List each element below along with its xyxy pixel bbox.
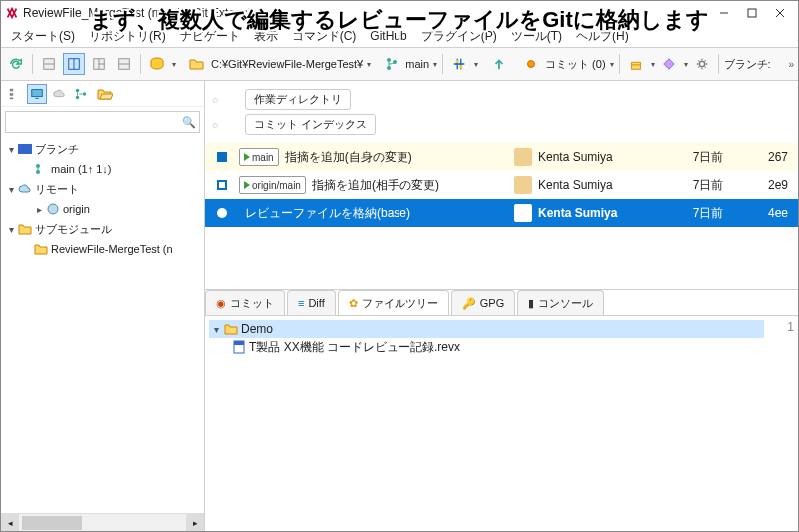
ref-badge: main <box>239 148 279 166</box>
menu-plugins[interactable]: プラグイン(P) <box>415 26 503 47</box>
commit-tab-icon: ◉ <box>216 297 226 310</box>
branch-icon[interactable] <box>381 53 402 75</box>
svg-point-15 <box>387 58 391 62</box>
refresh-icon[interactable] <box>5 53 27 75</box>
menu-help[interactable]: ヘルプ(H) <box>570 26 635 47</box>
minimize-button[interactable] <box>710 2 738 24</box>
menu-commands[interactable]: コマンド(C) <box>286 26 363 47</box>
repo-icon[interactable] <box>146 53 168 75</box>
repo-path[interactable]: C:¥Git¥ReviewFile-MergeTest¥ <box>211 58 363 70</box>
tree-remote-origin[interactable]: ▸origin <box>1 199 204 219</box>
layout2-icon[interactable] <box>63 53 85 75</box>
svg-rect-36 <box>234 341 244 345</box>
search-box[interactable]: 🔍 <box>5 111 200 133</box>
tree-branches[interactable]: ▾ブランチ <box>1 139 204 159</box>
tree-icon[interactable] <box>5 84 25 104</box>
svg-rect-21 <box>631 62 640 69</box>
commit-hash: 4ee <box>748 206 798 220</box>
commit-message: 指摘を追加(自身の変更) <box>285 149 508 166</box>
push-icon[interactable] <box>488 53 510 75</box>
tab-gpg[interactable]: 🔑GPG <box>451 290 515 315</box>
stash-icon[interactable] <box>625 53 647 75</box>
svg-point-33 <box>48 204 58 214</box>
close-button[interactable] <box>766 2 794 24</box>
layout3-icon[interactable] <box>88 53 110 75</box>
titlebar: ReviewFile_MergeTest (main) - Git Extens… <box>1 1 798 25</box>
menu-start[interactable]: スタート(S) <box>5 26 81 47</box>
commit-button[interactable]: コミット (0) <box>545 57 606 72</box>
tree-branch-main[interactable]: main (1↑ 1↓) <box>1 159 204 179</box>
svg-rect-30 <box>18 144 32 154</box>
menu-view[interactable]: 表示 <box>248 26 284 47</box>
commit-author: Kenta Sumiya <box>538 206 668 220</box>
maximize-button[interactable] <box>738 2 766 24</box>
layout4-icon[interactable] <box>113 53 135 75</box>
commit-row[interactable]: main 指摘を追加(自身の変更) Kenta Sumiya 7日前 267 <box>205 143 798 171</box>
commit-row[interactable]: origin/main 指摘を追加(相手の変更) Kenta Sumiya 7日… <box>205 171 798 199</box>
tag-icon[interactable] <box>658 53 680 75</box>
svg-point-22 <box>699 61 704 66</box>
settings-icon[interactable] <box>691 53 713 75</box>
file-icon <box>231 340 247 354</box>
svg-point-28 <box>76 95 80 99</box>
sidebar-scrollbar[interactable]: ◂▸ <box>1 513 204 531</box>
commit-message: レビューファイルを格納(base) <box>245 205 508 222</box>
commit-icon[interactable] <box>520 53 542 75</box>
menu-tools[interactable]: ツール(T) <box>505 26 568 47</box>
open-folder-icon[interactable] <box>95 84 115 104</box>
filter-input[interactable] <box>6 116 179 128</box>
left-panel: 🔍 ▾ブランチ main (1↑ 1↓) ▾リモート ▸origin ▾サブモジ… <box>1 81 205 531</box>
branch-tree-icon[interactable] <box>71 84 91 104</box>
tree-remotes[interactable]: ▾リモート <box>1 179 204 199</box>
commit-author: Kenta Sumiya <box>538 150 668 164</box>
repo-dropdown-icon[interactable]: ▾ <box>172 60 176 69</box>
commit-hash: 2e9 <box>748 178 798 192</box>
current-branch[interactable]: main <box>405 58 429 70</box>
svg-rect-23 <box>10 88 14 91</box>
svg-point-19 <box>459 65 463 69</box>
folder-row[interactable]: ▾Demo <box>209 320 764 338</box>
svg-rect-1 <box>748 9 756 17</box>
commit-hash: 267 <box>748 150 798 164</box>
monitor-icon[interactable] <box>27 84 47 104</box>
svg-point-29 <box>83 92 87 96</box>
filter-icon[interactable] <box>448 53 470 75</box>
menu-github[interactable]: GitHub <box>364 27 412 45</box>
svg-point-16 <box>387 66 391 70</box>
tree-submodule-item[interactable]: ReviewFile-MergeTest (n <box>1 239 204 259</box>
svg-point-20 <box>528 61 535 68</box>
tab-diff[interactable]: ≡Diff <box>287 290 336 315</box>
window-title: ReviewFile_MergeTest (main) - Git Extens… <box>23 6 710 20</box>
svg-point-32 <box>36 170 40 174</box>
layout1-icon[interactable] <box>38 53 60 75</box>
commit-when: 7日前 <box>668 177 748 194</box>
svg-rect-26 <box>32 89 43 96</box>
folder-icon[interactable] <box>186 53 208 75</box>
app-icon <box>5 6 19 20</box>
commit-row-selected[interactable]: レビューファイルを格納(base) Kenta Sumiya 7日前 4ee <box>205 199 798 227</box>
sidebar-tree: ▾ブランチ main (1↑ 1↓) ▾リモート ▸origin ▾サブモジュー… <box>1 137 204 513</box>
commit-message: 指摘を追加(相手の変更) <box>312 177 508 194</box>
svg-point-27 <box>76 88 80 92</box>
right-panel: ○作業ディレクトリ ○コミット インデックス main 指摘を追加(自身の変更)… <box>205 81 798 531</box>
svg-rect-25 <box>10 97 14 99</box>
detail-tabs: ◉コミット ≡Diff ✿ファイルツリー 🔑GPG ▮コンソール <box>205 290 798 316</box>
ref-badge: origin/main <box>239 176 306 194</box>
tab-console[interactable]: ▮コンソール <box>517 290 604 315</box>
folder-icon <box>223 322 239 336</box>
cloud-icon[interactable] <box>49 84 69 104</box>
menu-repositories[interactable]: リポジトリ(R) <box>83 26 172 47</box>
file-row[interactable]: T製品 XX機能 コードレビュー記録.revx <box>209 338 764 356</box>
branch-filter-label: ブランチ: <box>724 57 771 72</box>
tab-commit[interactable]: ◉コミット <box>205 290 285 315</box>
tab-filetree[interactable]: ✿ファイルツリー <box>338 290 449 315</box>
workdir-chip[interactable]: 作業ディレクトリ <box>245 89 351 110</box>
search-icon[interactable]: 🔍 <box>179 116 199 129</box>
index-chip[interactable]: コミット インデックス <box>245 114 376 135</box>
toolbar-overflow-icon[interactable]: » <box>788 59 794 70</box>
filetree-tab-icon: ✿ <box>349 297 358 310</box>
commit-author: Kenta Sumiya <box>538 178 668 192</box>
menu-navigate[interactable]: ナビゲート <box>174 26 246 47</box>
svg-point-18 <box>456 60 460 64</box>
tree-submodules[interactable]: ▾サブモジュール <box>1 219 204 239</box>
